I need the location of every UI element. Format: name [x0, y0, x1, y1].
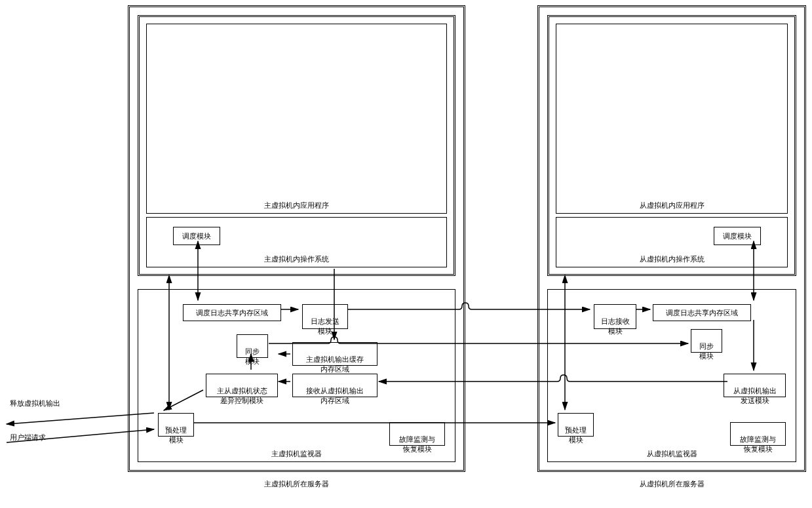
secondary-sync-module: 同步 模块 — [691, 329, 722, 353]
primary-preprocess-module-label: 预处理 模块 — [165, 426, 187, 443]
secondary-fault-module: 故障监测与 恢复模块 — [730, 422, 786, 446]
secondary-server: 从虚拟机所在服务器 从虚拟机内应用程序 调度模块 从虚拟机内操作系统 从虚拟机监… — [537, 5, 806, 472]
primary-fault-module-label: 故障监测与 恢复模块 — [399, 435, 435, 452]
release-output-label: 释放虚拟机输出 — [10, 399, 60, 408]
primary-server-label: 主虚拟机所在服务器 — [130, 479, 463, 488]
secondary-preprocess-module-label: 预处理 模块 — [565, 426, 587, 443]
client-request-label: 用户端请求 — [10, 433, 46, 442]
primary-app-box: 主虚拟机内应用程序 — [146, 24, 447, 214]
primary-log-send-module-label: 日志发送 模块 — [311, 317, 339, 334]
primary-vm-inner: 主虚拟机内应用程序 调度模块 主虚拟机内操作系统 — [138, 15, 455, 276]
secondary-log-recv-module: 日志接收 模块 — [594, 304, 636, 329]
secondary-os-box: 调度模块 从虚拟机内操作系统 — [556, 217, 788, 267]
primary-output-buffer-mem: 主虚拟机输出缓存 内存区域 — [292, 342, 377, 366]
secondary-sync-module-label: 同步 模块 — [699, 342, 714, 359]
primary-sync-module-label: 同步 模块 — [245, 347, 260, 364]
primary-app-label: 主虚拟机内应用程序 — [147, 201, 446, 210]
secondary-schedule-log-mem: 调度日志共享内存区域 — [653, 304, 751, 321]
primary-schedule-module-label: 调度模块 — [182, 232, 211, 240]
secondary-output-send-module-label: 从虚拟机输出 发送模块 — [733, 387, 777, 404]
secondary-schedule-log-mem-label: 调度日志共享内存区域 — [666, 309, 738, 317]
secondary-log-recv-module-label: 日志接收 模块 — [601, 317, 630, 334]
primary-recv-output-mem: 接收从虚拟机输出 内存区域 — [292, 374, 377, 397]
secondary-app-label: 从虚拟机内应用程序 — [556, 201, 787, 210]
secondary-server-label: 从虚拟机所在服务器 — [539, 479, 804, 488]
primary-os-label: 主虚拟机内操作系统 — [147, 254, 446, 264]
primary-preprocess-module: 预处理 模块 — [158, 413, 194, 437]
secondary-app-box: 从虚拟机内应用程序 — [556, 24, 788, 214]
secondary-vm-inner: 从虚拟机内应用程序 调度模块 从虚拟机内操作系统 — [547, 15, 796, 276]
secondary-fault-module-label: 故障监测与 恢复模块 — [740, 435, 776, 452]
secondary-monitor: 从虚拟机监视器 日志接收 模块 调度日志共享内存区域 同步 模块 从虚拟机输出 … — [547, 289, 796, 462]
primary-fault-module: 故障监测与 恢复模块 — [389, 422, 445, 446]
primary-monitor: 主虚拟机监视器 调度日志共享内存区域 日志发送 模块 同步 模块 主虚拟机输出缓… — [138, 289, 455, 462]
primary-os-box: 调度模块 主虚拟机内操作系统 — [146, 217, 447, 267]
primary-recv-output-mem-label: 接收从虚拟机输出 内存区域 — [306, 387, 364, 404]
primary-schedule-log-mem-label: 调度日志共享内存区域 — [196, 309, 268, 317]
secondary-output-send-module: 从虚拟机输出 发送模块 — [724, 374, 786, 397]
secondary-schedule-module: 调度模块 — [714, 227, 761, 245]
primary-state-diff-module-label: 主从虚拟机状态 差异控制模块 — [217, 387, 267, 404]
primary-schedule-log-mem: 调度日志共享内存区域 — [183, 304, 281, 321]
secondary-schedule-module-label: 调度模块 — [723, 232, 752, 240]
secondary-os-label: 从虚拟机内操作系统 — [556, 254, 787, 264]
primary-schedule-module: 调度模块 — [173, 227, 220, 245]
primary-state-diff-module: 主从虚拟机状态 差异控制模块 — [206, 374, 278, 397]
primary-sync-module: 同步 模块 — [237, 334, 268, 358]
secondary-preprocess-module: 预处理 模块 — [558, 413, 594, 437]
primary-server: 主虚拟机所在服务器 主虚拟机内应用程序 调度模块 主虚拟机内操作系统 主虚拟机监… — [128, 5, 465, 472]
primary-output-buffer-mem-label: 主虚拟机输出缓存 内存区域 — [306, 355, 364, 372]
primary-log-send-module: 日志发送 模块 — [302, 304, 348, 329]
